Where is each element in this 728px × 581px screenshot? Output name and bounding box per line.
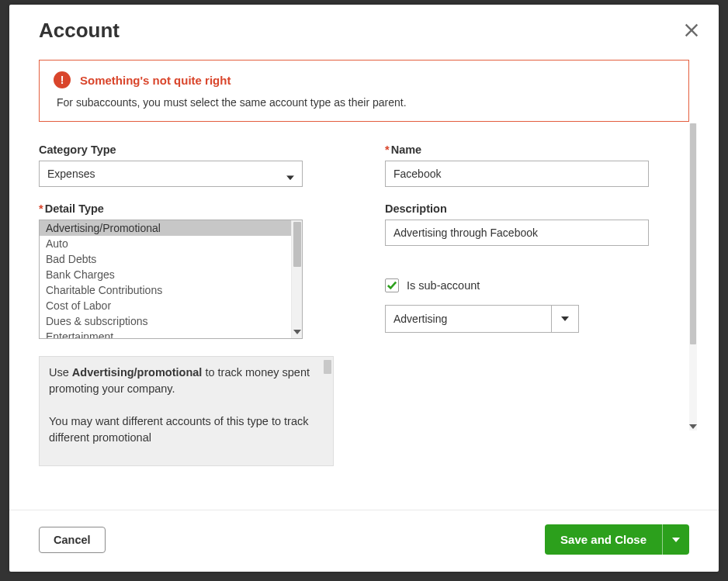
list-item[interactable]: Charitable Contributions	[40, 282, 291, 298]
required-star: *	[39, 202, 43, 215]
modal-scroll-area[interactable]: ! Something's not quite right For subacc…	[39, 49, 689, 510]
listbox-scrollbar[interactable]	[291, 220, 302, 338]
category-type-select[interactable]: Expenses	[39, 161, 303, 187]
description-value: Advertising through Facebook	[393, 227, 538, 239]
modal-title: Account	[39, 19, 689, 43]
scrollbar-thumb[interactable]	[293, 222, 301, 267]
list-item[interactable]: Advertising/Promotional	[40, 220, 291, 236]
detail-type-listbox[interactable]: Advertising/PromotionalAutoBad DebtsBank…	[39, 220, 303, 339]
alert-title: Something's not quite right	[80, 74, 231, 87]
sub-account-row: Is sub-account	[385, 278, 689, 292]
category-type-value: Expenses	[47, 168, 95, 180]
detail-type-label: *Detail Type	[39, 202, 343, 215]
modal-footer: Cancel Save and Close	[9, 510, 719, 572]
modal-scrollbar-thumb[interactable]	[690, 123, 696, 344]
detail-type-help: Use Advertising/promotional to track mon…	[39, 356, 334, 466]
alert-header: ! Something's not quite right	[54, 71, 674, 88]
list-item[interactable]: Bad Debts	[40, 251, 291, 267]
helpbox-scrollbar-thumb[interactable]	[324, 360, 331, 374]
alert-message: For subaccounts, you must select the sam…	[57, 96, 674, 109]
sub-account-checkbox[interactable]	[385, 278, 399, 292]
scroll-down-icon[interactable]	[293, 324, 301, 337]
modal-header: Account	[9, 5, 719, 49]
cancel-button[interactable]: Cancel	[39, 527, 106, 553]
right-column: *Name Facebook Description Advertising t…	[385, 144, 689, 466]
list-item[interactable]: Entertainment	[40, 329, 291, 339]
save-and-close-split-button: Save and Close	[545, 524, 689, 555]
name-value: Facebook	[393, 168, 441, 180]
required-star: *	[385, 144, 390, 156]
list-item[interactable]: Dues & subscriptions	[40, 313, 291, 329]
save-button[interactable]: Save and Close	[545, 524, 662, 555]
list-item[interactable]: Cost of Labor	[40, 298, 291, 313]
list-item[interactable]: Bank Charges	[40, 267, 291, 282]
form-grid: Category Type Expenses *Detail Type	[39, 144, 689, 466]
error-alert: ! Something's not quite right For subacc…	[39, 60, 689, 122]
chevron-down-icon	[286, 170, 294, 182]
name-input[interactable]: Facebook	[385, 161, 649, 187]
parent-account-value: Advertising	[386, 306, 551, 332]
parent-account-select[interactable]: Advertising	[385, 305, 579, 333]
sub-account-label: Is sub-account	[407, 279, 480, 292]
name-label: *Name	[385, 144, 689, 156]
description-label: Description	[385, 202, 689, 215]
alert-icon: !	[54, 71, 71, 88]
category-type-label: Category Type	[39, 144, 343, 156]
modal-backdrop: Account ! Something's not quite right Fo…	[0, 0, 728, 581]
account-modal: Account ! Something's not quite right Fo…	[9, 5, 719, 572]
left-column: Category Type Expenses *Detail Type	[39, 144, 343, 466]
modal-body: ! Something's not quite right For subacc…	[9, 49, 719, 510]
close-icon[interactable]	[683, 22, 700, 39]
chevron-down-icon[interactable]	[551, 306, 578, 332]
save-dropdown-toggle[interactable]	[662, 524, 689, 555]
scroll-down-icon[interactable]	[689, 423, 697, 431]
list-item[interactable]: Auto	[40, 236, 291, 251]
modal-scrollbar[interactable]	[689, 123, 697, 431]
description-input[interactable]: Advertising through Facebook	[385, 220, 649, 246]
